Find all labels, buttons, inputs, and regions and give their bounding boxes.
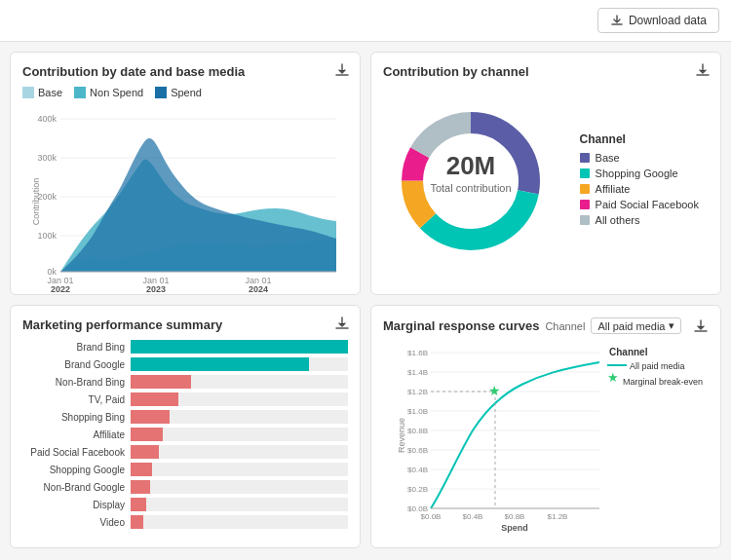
legend-spend-label: Spend — [171, 87, 202, 98]
card3-download-icon[interactable] — [334, 316, 350, 331]
svg-text:2023: 2023 — [146, 284, 166, 294]
legend-nonspend-box — [74, 87, 86, 98]
legend-spend: Spend — [155, 87, 202, 98]
bar-row: Shopping Bing — [22, 410, 348, 424]
card-marginal-response: Marginal response curves Channel All pai… — [370, 305, 721, 548]
bar-label: Paid Social Facebook — [22, 447, 125, 458]
bar-chart: Brand Bing Brand Google Non-Brand Bing T… — [22, 340, 348, 529]
svg-text:2024: 2024 — [249, 284, 268, 294]
svg-text:$0.6B: $0.6B — [407, 446, 428, 455]
channel-psf-dot — [580, 200, 590, 209]
bar-fill — [131, 357, 309, 371]
channel-shopping-google-label: Shopping Google — [596, 168, 678, 179]
bar-fill — [131, 340, 348, 354]
bar-fill — [131, 515, 143, 529]
legend-base-label: Base — [38, 87, 62, 98]
channel-affiliate-dot — [580, 184, 590, 194]
svg-text:$1.0B: $1.0B — [407, 407, 428, 416]
svg-text:All paid media: All paid media — [630, 361, 685, 371]
bar-label: Display — [22, 500, 125, 510]
svg-text:Spend: Spend — [501, 523, 528, 533]
card4-channel-label: Channel — [545, 320, 585, 332]
top-bar: Download data — [0, 0, 731, 42]
download-data-button[interactable]: Download data — [597, 8, 719, 33]
svg-text:$0.8B: $0.8B — [505, 512, 525, 521]
card-marketing-performance: Marketing performance summary Brand Bing… — [10, 305, 361, 548]
bar-row: Video — [22, 515, 348, 529]
bar-track — [131, 340, 348, 354]
svg-text:★: ★ — [607, 370, 619, 385]
svg-text:$0.4B: $0.4B — [463, 512, 483, 521]
svg-text:2022: 2022 — [51, 284, 70, 294]
card2-download-icon[interactable] — [695, 62, 711, 78]
svg-text:20M: 20M — [446, 151, 496, 180]
channel-legend: Channel Base Shopping Google Affiliate P… — [580, 132, 699, 230]
bar-row: Display — [22, 498, 348, 511]
card1-title: Contribution by date and base media — [22, 64, 348, 79]
svg-text:$1.2B: $1.2B — [407, 388, 428, 396]
main-grid: Contribution by date and base media Base… — [0, 42, 731, 558]
download-icon — [610, 14, 624, 27]
bar-track — [131, 515, 348, 529]
legend-nonspend-label: Non Spend — [90, 87, 143, 98]
svg-text:$0.0B: $0.0B — [421, 512, 442, 521]
svg-text:100k: 100k — [37, 231, 57, 241]
donut-container: 20M Total contribution Channel Base Shop… — [383, 87, 709, 276]
bar-row: Non-Brand Bing — [22, 375, 348, 389]
channel-base-dot — [580, 153, 590, 163]
card4-download-icon[interactable] — [693, 318, 709, 334]
svg-text:Marginal break-even: Marginal break-even — [623, 377, 703, 387]
channel-affiliate: Affiliate — [580, 183, 699, 195]
svg-text:Revenue: Revenue — [397, 418, 406, 453]
bar-label: Video — [22, 517, 125, 528]
bar-row: Brand Bing — [22, 340, 348, 354]
channel-affiliate-label: Affiliate — [596, 183, 631, 195]
bar-track — [131, 410, 348, 424]
bar-row: TV, Paid — [22, 392, 348, 406]
card-contribution-date: Contribution by date and base media Base… — [10, 52, 361, 295]
donut-chart: 20M Total contribution — [393, 103, 549, 259]
svg-text:$1.4B: $1.4B — [407, 368, 428, 377]
svg-text:$1.2B: $1.2B — [548, 512, 568, 521]
channel-legend-title: Channel — [580, 132, 699, 146]
svg-text:$0.2B: $0.2B — [407, 485, 428, 494]
channel-all-others-dot — [580, 215, 590, 225]
channel-paid-social-facebook: Paid Social Facebook — [580, 199, 699, 210]
bar-label: Brand Google — [22, 359, 125, 370]
bar-label: Non-Brand Google — [22, 482, 125, 493]
svg-text:$0.8B: $0.8B — [407, 427, 428, 435]
bar-fill — [131, 463, 152, 476]
svg-text:$0.4B: $0.4B — [407, 466, 428, 474]
card4-header: Marginal response curves Channel All pai… — [383, 317, 709, 334]
channel-all-others-label: All others — [596, 214, 640, 226]
bar-label: Shopping Google — [22, 465, 125, 475]
donut-svg: 20M Total contribution — [393, 103, 549, 259]
download-label: Download data — [629, 14, 707, 27]
bar-label: Non-Brand Bing — [22, 377, 125, 388]
bar-fill — [131, 392, 178, 406]
card1-download-icon[interactable] — [334, 62, 350, 78]
bar-track — [131, 480, 348, 494]
channel-dropdown-value: All paid media — [597, 320, 665, 332]
bar-fill — [131, 375, 191, 389]
bar-track — [131, 357, 348, 371]
legend-nonspend: Non Spend — [74, 87, 143, 98]
bar-row: Shopping Google — [22, 463, 348, 476]
svg-text:300k: 300k — [37, 153, 57, 163]
svg-text:Total contribution: Total contribution — [430, 182, 511, 194]
legend-base: Base — [22, 87, 62, 98]
bar-label: TV, Paid — [22, 394, 125, 405]
channel-shopping-google-dot — [580, 168, 590, 178]
bar-row: Paid Social Facebook — [22, 445, 348, 459]
bar-row: Brand Google — [22, 357, 348, 371]
channel-base-label: Base — [596, 152, 620, 164]
svg-text:Contribution: Contribution — [31, 178, 41, 226]
svg-text:★: ★ — [488, 383, 501, 398]
bar-row: Non-Brand Google — [22, 480, 348, 494]
bar-track — [131, 445, 348, 459]
legend-spend-box — [155, 87, 167, 98]
channel-dropdown[interactable]: All paid media ▾ — [591, 317, 681, 334]
svg-text:Channel: Channel — [609, 347, 648, 357]
bar-fill — [131, 428, 163, 441]
bar-label: Affiliate — [22, 429, 125, 440]
